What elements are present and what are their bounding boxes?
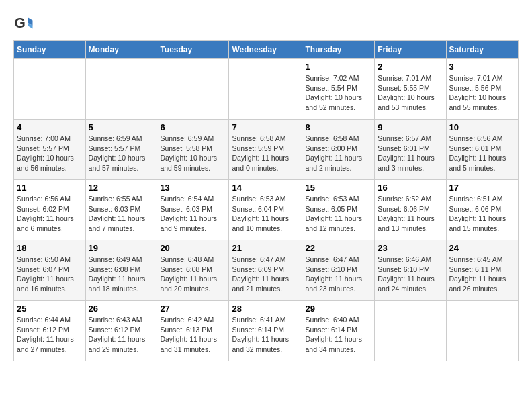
calendar-cell: 11Sunrise: 6:56 AM Sunset: 6:02 PM Dayli… [14,180,86,240]
header: G [13,13,519,34]
week-row-1: 4Sunrise: 7:00 AM Sunset: 5:57 PM Daylig… [14,120,519,180]
header-saturday: Saturday [446,41,518,59]
svg-text:G: G [15,15,26,30]
day-number: 22 [305,243,371,253]
calendar-cell: 4Sunrise: 7:00 AM Sunset: 5:57 PM Daylig… [14,120,86,180]
day-info: Sunrise: 6:44 AM Sunset: 6:12 PM Dayligh… [17,315,83,355]
day-info: Sunrise: 6:40 AM Sunset: 6:14 PM Dayligh… [305,315,371,355]
week-row-0: 1Sunrise: 7:02 AM Sunset: 5:54 PM Daylig… [14,59,519,120]
day-info: Sunrise: 6:49 AM Sunset: 6:08 PM Dayligh… [89,255,154,294]
calendar-header-row: SundayMondayTuesdayWednesdayThursdayFrid… [14,41,519,59]
day-number: 1 [305,62,371,72]
header-monday: Monday [85,41,157,59]
header-wednesday: Wednesday [229,41,302,59]
day-number: 24 [449,243,515,253]
calendar-cell: 29Sunrise: 6:40 AM Sunset: 6:14 PM Dayli… [302,301,375,361]
day-info: Sunrise: 6:51 AM Sunset: 6:06 PM Dayligh… [449,194,515,234]
calendar-cell [375,301,446,361]
header-tuesday: Tuesday [157,41,229,59]
day-number: 4 [17,122,83,132]
day-info: Sunrise: 6:55 AM Sunset: 6:03 PM Dayligh… [89,194,154,234]
calendar-cell: 22Sunrise: 6:47 AM Sunset: 6:10 PM Dayli… [302,240,375,301]
day-info: Sunrise: 7:01 AM Sunset: 5:56 PM Dayligh… [449,73,515,113]
day-info: Sunrise: 6:53 AM Sunset: 6:04 PM Dayligh… [232,194,299,234]
day-number: 9 [378,122,443,132]
calendar-cell: 13Sunrise: 6:54 AM Sunset: 6:03 PM Dayli… [157,180,229,240]
calendar-cell: 12Sunrise: 6:55 AM Sunset: 6:03 PM Dayli… [85,180,157,240]
calendar-cell: 26Sunrise: 6:43 AM Sunset: 6:12 PM Dayli… [85,301,157,361]
day-info: Sunrise: 6:58 AM Sunset: 6:00 PM Dayligh… [305,134,371,173]
day-info: Sunrise: 6:47 AM Sunset: 6:09 PM Dayligh… [232,255,299,294]
day-number: 15 [305,183,371,193]
day-number: 18 [17,243,83,253]
week-row-2: 11Sunrise: 6:56 AM Sunset: 6:02 PM Dayli… [14,180,519,240]
calendar-cell: 5Sunrise: 6:59 AM Sunset: 5:57 PM Daylig… [85,120,157,180]
day-number: 23 [378,243,443,253]
day-info: Sunrise: 7:01 AM Sunset: 5:55 PM Dayligh… [378,73,443,113]
day-info: Sunrise: 6:43 AM Sunset: 6:12 PM Dayligh… [89,315,154,355]
day-number: 6 [160,122,226,132]
calendar-cell: 15Sunrise: 6:53 AM Sunset: 6:05 PM Dayli… [302,180,375,240]
day-number: 14 [232,183,299,193]
day-number: 16 [378,183,443,193]
calendar-cell: 9Sunrise: 6:57 AM Sunset: 6:01 PM Daylig… [375,120,446,180]
day-number: 11 [17,183,83,193]
calendar-cell: 16Sunrise: 6:52 AM Sunset: 6:06 PM Dayli… [375,180,446,240]
header-friday: Friday [375,41,446,59]
week-row-3: 18Sunrise: 6:50 AM Sunset: 6:07 PM Dayli… [14,240,519,301]
week-row-4: 25Sunrise: 6:44 AM Sunset: 6:12 PM Dayli… [14,301,519,361]
day-info: Sunrise: 6:52 AM Sunset: 6:06 PM Dayligh… [378,194,443,234]
calendar-cell: 27Sunrise: 6:42 AM Sunset: 6:13 PM Dayli… [157,301,229,361]
day-info: Sunrise: 7:00 AM Sunset: 5:57 PM Dayligh… [17,134,83,173]
day-info: Sunrise: 6:50 AM Sunset: 6:07 PM Dayligh… [17,255,83,294]
calendar-cell [14,59,86,120]
calendar-cell: 23Sunrise: 6:46 AM Sunset: 6:10 PM Dayli… [375,240,446,301]
day-info: Sunrise: 6:59 AM Sunset: 5:58 PM Dayligh… [160,134,226,173]
logo: G [13,13,36,34]
day-number: 7 [232,122,299,132]
day-info: Sunrise: 6:47 AM Sunset: 6:10 PM Dayligh… [305,255,371,294]
calendar-cell [229,59,302,120]
day-number: 19 [89,243,154,253]
day-info: Sunrise: 6:53 AM Sunset: 6:05 PM Dayligh… [305,194,371,234]
calendar-cell: 19Sunrise: 6:49 AM Sunset: 6:08 PM Dayli… [85,240,157,301]
calendar-cell [157,59,229,120]
day-info: Sunrise: 6:54 AM Sunset: 6:03 PM Dayligh… [160,194,226,234]
day-info: Sunrise: 6:42 AM Sunset: 6:13 PM Dayligh… [160,315,226,355]
day-info: Sunrise: 7:02 AM Sunset: 5:54 PM Dayligh… [305,73,371,113]
day-number: 27 [160,304,226,314]
day-number: 25 [17,304,83,314]
day-info: Sunrise: 6:58 AM Sunset: 5:59 PM Dayligh… [232,134,299,173]
header-thursday: Thursday [302,41,375,59]
calendar-cell [446,301,518,361]
calendar-cell: 18Sunrise: 6:50 AM Sunset: 6:07 PM Dayli… [14,240,86,301]
day-info: Sunrise: 6:57 AM Sunset: 6:01 PM Dayligh… [378,134,443,173]
day-info: Sunrise: 6:56 AM Sunset: 6:01 PM Dayligh… [449,134,515,173]
calendar-cell: 3Sunrise: 7:01 AM Sunset: 5:56 PM Daylig… [446,59,518,120]
day-number: 2 [378,62,443,72]
day-info: Sunrise: 6:59 AM Sunset: 5:57 PM Dayligh… [89,134,154,173]
day-number: 12 [89,183,154,193]
calendar-cell: 20Sunrise: 6:48 AM Sunset: 6:08 PM Dayli… [157,240,229,301]
calendar-cell: 1Sunrise: 7:02 AM Sunset: 5:54 PM Daylig… [302,59,375,120]
day-number: 26 [89,304,154,314]
day-number: 10 [449,122,515,132]
day-info: Sunrise: 6:56 AM Sunset: 6:02 PM Dayligh… [17,194,83,234]
calendar-table: SundayMondayTuesdayWednesdayThursdayFrid… [13,40,519,361]
day-number: 28 [232,304,299,314]
calendar-cell: 24Sunrise: 6:45 AM Sunset: 6:11 PM Dayli… [446,240,518,301]
day-info: Sunrise: 6:46 AM Sunset: 6:10 PM Dayligh… [378,255,443,294]
calendar-cell: 28Sunrise: 6:41 AM Sunset: 6:14 PM Dayli… [229,301,302,361]
day-number: 3 [449,62,515,72]
calendar-cell: 8Sunrise: 6:58 AM Sunset: 6:00 PM Daylig… [302,120,375,180]
calendar-cell: 21Sunrise: 6:47 AM Sunset: 6:09 PM Dayli… [229,240,302,301]
calendar-cell: 25Sunrise: 6:44 AM Sunset: 6:12 PM Dayli… [14,301,86,361]
calendar-cell: 2Sunrise: 7:01 AM Sunset: 5:55 PM Daylig… [375,59,446,120]
day-number: 8 [305,122,371,132]
day-number: 5 [89,122,154,132]
calendar-cell: 10Sunrise: 6:56 AM Sunset: 6:01 PM Dayli… [446,120,518,180]
day-number: 29 [305,304,371,314]
calendar-cell: 14Sunrise: 6:53 AM Sunset: 6:04 PM Dayli… [229,180,302,240]
day-info: Sunrise: 6:45 AM Sunset: 6:11 PM Dayligh… [449,255,515,294]
header-sunday: Sunday [14,41,86,59]
